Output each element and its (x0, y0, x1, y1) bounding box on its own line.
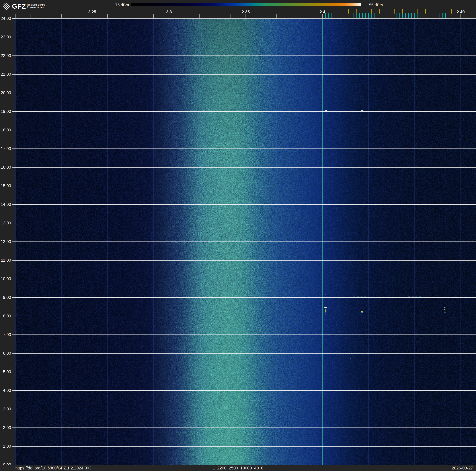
freq-minor-tick (15, 14, 16, 18)
colorbar-min-label: -75 dBm (114, 3, 129, 7)
hour-gridline (15, 372, 476, 372)
rf-event (325, 309, 326, 310)
hour-gridline (15, 204, 476, 205)
time-tick (12, 111, 15, 112)
rf-event (444, 309, 445, 310)
freq-minor-tick (475, 14, 476, 18)
doi-link[interactable]: https://doi.org/10.5880/GFZ.1.2.2024.003 (15, 466, 91, 471)
ble-channel-tick (338, 13, 338, 18)
rf-event (325, 294, 326, 294)
rf-event (325, 312, 326, 313)
time-tick (12, 148, 15, 149)
hour-gridline (15, 186, 476, 186)
time-tick (12, 316, 15, 316)
time-label: 18:00 (0, 128, 11, 132)
wifi-channel-tick (379, 9, 380, 14)
ble-channel-tick (365, 13, 366, 18)
hour-gridline (15, 353, 476, 354)
rf-event (324, 310, 326, 311)
ble-channel-tick (411, 13, 412, 18)
wifi-channel-tick (410, 9, 410, 14)
ble-channel-tick (350, 13, 350, 18)
ble-channel-tick (325, 13, 326, 18)
freq-minor-tick (460, 14, 461, 18)
time-label: 6:00 (0, 351, 11, 356)
rf-event (361, 312, 363, 313)
freq-minor-tick (276, 14, 276, 18)
ble-channel-tick (396, 13, 396, 18)
time-label: 5:00 (0, 370, 11, 374)
ble-channel-tick (372, 13, 372, 18)
time-label: 1:00 (0, 444, 11, 449)
rf-event (324, 307, 327, 308)
gfz-logo-brand: GFZ (12, 2, 26, 10)
freq-minor-tick (107, 14, 108, 18)
wifi-channel-tick (451, 9, 452, 14)
freq-minor-tick (215, 14, 215, 18)
time-tick (12, 446, 15, 447)
wifi-channel-tick (425, 9, 426, 14)
ble-channel-tick (332, 13, 332, 18)
ble-channel-tick (353, 13, 354, 18)
time-label: 24:00 (0, 16, 11, 21)
gfz-logo-icon (3, 3, 10, 10)
ble-channel-tick (421, 13, 421, 18)
time-tick (12, 18, 15, 19)
time-tick (12, 186, 15, 186)
freq-minor-tick (200, 14, 200, 18)
rf-event (344, 317, 345, 317)
freq-minor-tick (246, 14, 246, 18)
time-label: 23:00 (0, 35, 11, 39)
wifi-channel-tick (356, 9, 357, 14)
ble-channel-tick (368, 13, 369, 18)
header: GFZ Helmholtz Centre for Geosciences -75… (0, 0, 476, 18)
spectrogram-plot (15, 18, 476, 465)
ble-channel-tick (378, 13, 378, 18)
ble-channel-tick (439, 13, 440, 18)
time-label: 17:00 (0, 146, 11, 151)
rf-event (444, 307, 445, 308)
hour-gridline (15, 130, 476, 130)
ble-channel-tick (384, 13, 384, 18)
ble-channel-tick (424, 13, 424, 18)
hour-gridline (15, 111, 476, 112)
freq-minor-tick (31, 14, 31, 18)
hour-gridline (15, 260, 476, 261)
freq-minor-tick (261, 14, 261, 18)
ble-channel-tick (445, 13, 446, 18)
time-label: 20:00 (0, 91, 11, 95)
packet-train (407, 296, 423, 297)
ble-channel-tick (430, 13, 430, 18)
time-label: 12:00 (0, 239, 11, 244)
hour-gridline (15, 37, 476, 37)
wifi-channel-tick (348, 9, 349, 14)
freq-minor-tick (230, 14, 230, 18)
wifi-channel-tick (394, 9, 395, 14)
hour-gridline (15, 316, 476, 316)
time-tick (12, 279, 15, 279)
time-tick (12, 428, 15, 428)
time-label: 15:00 (0, 183, 11, 188)
time-label: 10:00 (0, 276, 11, 281)
time-label: 19:00 (0, 109, 11, 114)
ble-channel-tick (359, 13, 360, 18)
ble-channel-tick (374, 13, 375, 18)
dataset-id: 1_2200_2500_10000_40_0 (213, 466, 263, 471)
freq-minor-tick (292, 14, 292, 18)
hour-gridline (15, 55, 476, 56)
freq-minor-tick (307, 14, 307, 18)
wifi-channel-tick (341, 9, 341, 14)
ble-channel-tick (442, 13, 442, 18)
ble-channel-tick (436, 13, 436, 18)
ble-channel-tick (328, 13, 329, 18)
time-tick (12, 130, 15, 130)
ble-channel-tick (387, 13, 387, 18)
rf-event (324, 311, 326, 312)
time-tick (12, 297, 15, 298)
time-tick (12, 334, 15, 335)
packet-train (345, 294, 364, 294)
time-tick (12, 55, 15, 56)
ble-channel-tick (433, 13, 433, 18)
hour-gridline (15, 223, 476, 223)
ble-channel-tick (381, 13, 381, 18)
